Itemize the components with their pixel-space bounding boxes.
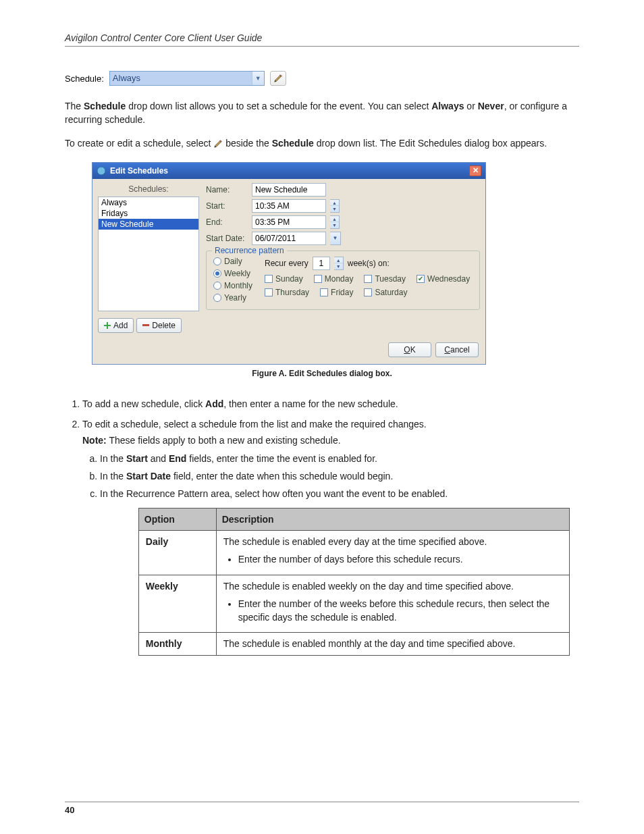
start-time-spinner[interactable]: ▲ ▼ [330,199,340,213]
schedule-label: Schedule: [65,74,104,84]
page-number: 40 [65,805,74,815]
chevron-down-icon[interactable]: ▼ [334,263,343,269]
pencil-icon-inline [213,139,223,149]
recur-every-input[interactable] [313,257,330,270]
figure-caption: Figure A. Edit Schedules dialog box. [92,369,552,378]
recur-every-label: Recur every [265,259,308,268]
schedule-selector-row: Schedule: Always ▼ [65,71,579,86]
radio-icon [213,257,221,265]
svg-rect-3 [142,324,149,326]
schedules-listbox[interactable]: Always Fridays New Schedule [98,197,199,311]
start-date-input[interactable] [252,232,326,245]
name-input[interactable] [252,183,326,197]
step-1: To add a new schedule, click Add, then e… [82,397,579,411]
end-time-input[interactable] [252,215,326,229]
radio-monthly[interactable]: Monthly [213,281,252,290]
radio-icon [213,269,221,278]
name-label: Name: [206,185,248,194]
pencil-icon [273,74,283,83]
add-button-label: Add [113,321,128,330]
table-row: Monthly The schedule is enabled monthly … [138,633,569,655]
checkbox-thursday[interactable]: Thursday [265,288,309,297]
step-2: To edit a schedule, select a schedule fr… [82,417,579,656]
plus-icon [104,322,111,329]
end-label: End: [206,217,248,227]
svg-point-0 [97,167,105,175]
paragraph-1: The Schedule drop down list allows you t… [65,99,579,127]
start-date-label: Start Date: [206,234,248,243]
schedules-list-label: Schedules: [98,184,199,194]
table-row: Weekly The schedule is enabled weekly on… [138,575,569,633]
doc-header: Avigilon Control Center Core Client User… [65,32,579,47]
checkbox-friday[interactable]: Friday [320,288,353,297]
chevron-down-icon[interactable]: ▼ [252,72,264,85]
start-time-input[interactable] [252,199,326,213]
date-dropdown-button[interactable]: ▼ [330,232,341,245]
edit-schedule-button[interactable] [270,71,286,86]
delete-button-label: Delete [152,321,176,330]
recurrence-groupbox: Recurrence pattern Daily Weekly [206,251,480,310]
schedule-combobox-value: Always [110,72,252,85]
radio-icon [213,282,221,290]
checkbox-sunday[interactable]: Sunday [265,274,303,284]
recur-every-spinner[interactable]: ▲ ▼ [334,257,344,270]
dialog-title: Edit Schedules [110,166,168,176]
radio-yearly[interactable]: Yearly [213,293,252,303]
table-header-description: Description [216,508,569,530]
options-table: Option Description Daily The schedule is… [138,508,570,656]
substep-a: In the Start and End fields, enter the t… [100,452,579,465]
radio-icon [213,294,221,302]
schedule-combobox[interactable]: Always ▼ [109,71,265,86]
paragraph-2: To create or edit a schedule, select bes… [65,136,579,150]
edit-schedules-dialog: Edit Schedules ✕ Schedules: Always Frida… [92,162,486,365]
page-footer: 40 [65,802,579,815]
chevron-up-icon[interactable]: ▲ [330,216,339,223]
recurrence-title: Recurrence pattern [212,246,287,255]
step-list: To add a new schedule, click Add, then e… [65,397,579,656]
svg-rect-2 [104,325,111,326]
table-header-option: Option [138,508,216,530]
checkbox-saturday[interactable]: Saturday [364,288,407,297]
substep-b: In the Start Date field, enter the date … [100,469,579,483]
list-item[interactable]: Fridays [99,208,198,219]
close-button[interactable]: ✕ [469,165,481,176]
chevron-up-icon[interactable]: ▲ [334,257,343,264]
dialog-titlebar: Edit Schedules ✕ [92,163,485,179]
checkbox-tuesday[interactable]: Tuesday [364,274,406,284]
end-time-spinner[interactable]: ▲ ▼ [330,215,340,229]
add-button[interactable]: Add [98,318,134,333]
close-icon: ✕ [473,166,479,175]
chevron-down-icon[interactable]: ▼ [330,222,339,228]
substep-c: In the Recurrence Pattern area, select h… [100,487,579,655]
chevron-up-icon[interactable]: ▲ [330,200,339,207]
radio-daily[interactable]: Daily [213,257,252,266]
list-item[interactable]: New Schedule [99,219,198,230]
start-label: Start: [206,201,248,211]
checkbox-monday[interactable]: Monday [314,274,354,284]
table-row: Daily The schedule is enabled every day … [138,530,569,575]
chevron-down-icon[interactable]: ▼ [330,206,339,212]
list-item[interactable]: Always [99,197,198,208]
radio-weekly[interactable]: Weekly [213,269,252,278]
ok-button[interactable]: OK [388,342,431,357]
weeks-on-label: week(s) on: [348,259,390,268]
checkbox-wednesday[interactable]: ✔Wednesday [417,274,470,284]
cancel-button[interactable]: Cancel [435,342,479,357]
app-icon [97,166,106,176]
minus-icon [142,324,149,326]
delete-button[interactable]: Delete [136,318,182,333]
